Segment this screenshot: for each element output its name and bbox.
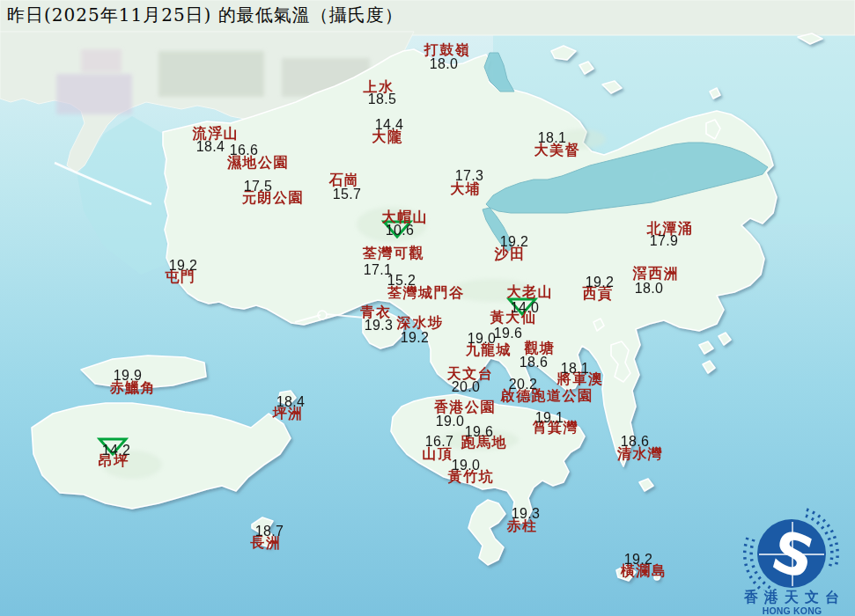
- station-temperature-value: 20.0: [452, 380, 481, 394]
- station-name-label: 清水灣: [617, 447, 664, 461]
- station-temperature-value: 20.2: [509, 378, 538, 392]
- station-name-label: 大隴: [372, 130, 403, 144]
- station-temperature-value: 18.6: [621, 435, 650, 449]
- station-temperature-value: 15.7: [333, 187, 362, 202]
- hko-name-english: HONG KONG OBSERVATORY: [729, 605, 855, 616]
- station-temperature-value: 18.0: [635, 282, 664, 296]
- station-name-label: 濕地公園: [227, 156, 289, 170]
- station-name-label: 大老山: [507, 285, 554, 299]
- station-temperature-value: 15.2: [387, 274, 416, 288]
- station-temperature-value: 19.2: [169, 259, 198, 273]
- weather-map-screen: 昨日(2025年11月25日) 的最低氣溫（攝氏度） 18.0打鼓嶺18.5上水…: [0, 0, 855, 616]
- station-temperature-value: 19.9: [114, 369, 143, 383]
- station-temperature-value: 19.3: [365, 319, 394, 333]
- station-temperature-value: 17.9: [650, 234, 679, 248]
- station-temperature-value: 19.0: [468, 332, 497, 346]
- station-name-label: 石崗: [329, 173, 360, 187]
- station-temperature-value: 19.1: [535, 411, 564, 425]
- station-name-label: 打鼓嶺: [424, 43, 471, 57]
- station-temperature-value: 19.6: [465, 425, 494, 439]
- station-temperature-value: 18.5: [368, 92, 397, 106]
- station-temperature-value: 17.5: [244, 180, 273, 194]
- station-name-label: 沙田: [495, 247, 526, 261]
- station-temperature-value: 14.4: [375, 118, 404, 132]
- station-name-label: 香港公園: [434, 400, 496, 414]
- station-temperature-value: 19.0: [436, 414, 465, 429]
- station-temperature-value: 14.0: [511, 301, 540, 315]
- station-temperature-value: 19.2: [624, 553, 653, 567]
- station-name-label: 觀塘: [525, 341, 556, 356]
- station-temperature-value: 16.7: [425, 435, 454, 449]
- station-name-label: 荃灣可觀: [363, 246, 424, 260]
- station-temperature-value: 19.6: [494, 326, 523, 341]
- station-temperature-value: 18.1: [538, 131, 567, 145]
- station-temperature-value: 18.4: [196, 140, 225, 154]
- station-name-label: 赤鱲角: [110, 381, 157, 395]
- station-temperature-value: 19.2: [586, 275, 615, 290]
- station-temperature-value: 10.6: [386, 224, 415, 238]
- hko-logo: S 香港天文台 HONG KONG OBSERVATORY: [729, 506, 855, 616]
- station-temperature-value: 18.4: [276, 395, 306, 409]
- station-temperature-value: 16.6: [230, 143, 259, 158]
- station-temperature-value: 18.0: [430, 57, 459, 71]
- station-temperature-value: 14.2: [102, 444, 131, 458]
- hko-logo-symbol: S: [740, 506, 845, 590]
- station-temperature-value: 18.1: [561, 362, 590, 376]
- station-temperature-value: 17.3: [455, 169, 484, 183]
- station-name-label: 滘西洲: [633, 267, 680, 281]
- station-temperature-value: 19.2: [500, 235, 529, 249]
- station-temperature-value: 19.2: [401, 331, 430, 345]
- stations-layer: 18.0打鼓嶺18.5上水14.4大隴18.4流浮山16.6濕地公園17.5元朗…: [0, 0, 855, 616]
- station-name-label: 大美督: [534, 143, 581, 158]
- station-temperature-value: 18.6: [520, 356, 549, 370]
- station-temperature-value: 19.3: [512, 507, 541, 521]
- hko-name-chinese: 香港天文台: [734, 590, 855, 605]
- station-name-label: 大埔: [451, 182, 482, 196]
- station-temperature-value: 18.7: [255, 524, 284, 539]
- station-temperature-value: 19.0: [452, 458, 481, 473]
- station-name-label: 荃灣城門谷: [387, 286, 465, 300]
- station-name-label: 深水埗: [397, 316, 444, 330]
- station-name-label: 山頂: [423, 447, 453, 461]
- station-name-label: 赤柱: [507, 519, 538, 533]
